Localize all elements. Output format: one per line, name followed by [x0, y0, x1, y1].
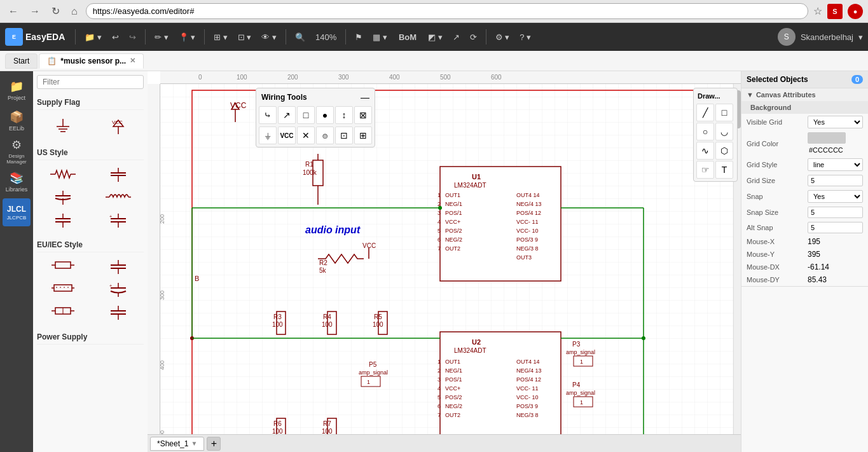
- wt-probe[interactable]: ⌾: [316, 127, 334, 144]
- grid-button[interactable]: ▦ ▾: [369, 30, 391, 45]
- filter-input[interactable]: [37, 75, 144, 89]
- refresh-button[interactable]: ↻: [48, 4, 63, 18]
- snap-select[interactable]: Yes: [808, 190, 863, 203]
- dt-rect[interactable]: □: [715, 104, 733, 121]
- sidebar-item-jlcpcb[interactable]: JLCL JLCPCB: [3, 198, 31, 226]
- cap-np[interactable]: [37, 211, 88, 230]
- inductor-us[interactable]: [92, 188, 144, 207]
- snap-value[interactable]: Yes: [808, 190, 863, 203]
- wt-net-label[interactable]: ↕: [335, 106, 353, 124]
- bom-button[interactable]: BoM: [394, 30, 422, 45]
- help-button[interactable]: ? ▾: [516, 30, 535, 45]
- dt-path[interactable]: ∿: [696, 142, 714, 160]
- layers-button[interactable]: ⊞ ▾: [210, 30, 231, 45]
- wt-power[interactable]: ⊠: [354, 106, 372, 124]
- canvas-area[interactable]: 0 100 200 300 400 500 600 Wiring Tools —…: [148, 71, 741, 452]
- wt-junction[interactable]: ●: [316, 106, 334, 124]
- schematic-svg[interactable]: VCC R1 100k U1 LM324ADT OUT1 NEG/1 POS/1…: [160, 84, 741, 452]
- snap-size-row: Snap Size: [741, 205, 868, 220]
- background-subheader[interactable]: Background: [741, 101, 868, 114]
- alt-snap-input[interactable]: [808, 222, 863, 233]
- sidebar-item-eelib[interactable]: 📦 EELib: [3, 107, 31, 135]
- grid-style-row: Grid Style line: [741, 156, 868, 173]
- svg-text:+: +: [109, 214, 112, 219]
- url-bar[interactable]: [86, 3, 808, 19]
- eye-button[interactable]: 👁 ▾: [258, 30, 280, 45]
- alt-snap-value[interactable]: [808, 222, 863, 233]
- browser-ext1: S: [827, 4, 843, 19]
- dt-text[interactable]: T: [715, 161, 733, 179]
- color-button[interactable]: ◩ ▾: [424, 30, 446, 45]
- tab-start[interactable]: Start: [5, 53, 38, 69]
- dt-circle[interactable]: ○: [696, 123, 714, 140]
- wt-net-port[interactable]: □: [297, 106, 315, 124]
- dt-polygon[interactable]: ⬡: [715, 142, 733, 160]
- u1-pnum3: 3: [437, 210, 441, 216]
- redo-button[interactable]: ↪: [125, 30, 140, 45]
- dt-arrow[interactable]: ☞: [696, 161, 714, 179]
- wt-vcc[interactable]: VCC: [278, 127, 296, 144]
- user-chevron[interactable]: ▾: [858, 32, 863, 42]
- dt-arc[interactable]: ◡: [715, 123, 733, 140]
- grid-style-value[interactable]: line: [808, 158, 863, 171]
- tab-project[interactable]: 📋 *music sensor p... ✕: [39, 53, 144, 69]
- wt-bus[interactable]: ↗: [278, 106, 296, 124]
- wt-place-part[interactable]: ⊡: [335, 127, 353, 144]
- sidebar-item-design-manager[interactable]: ⚙ Design Manager: [3, 137, 31, 165]
- settings-button[interactable]: ⚙ ▾: [492, 30, 514, 45]
- forward-button[interactable]: →: [27, 4, 43, 18]
- visible-grid-value[interactable]: Yes: [808, 116, 863, 128]
- tab-close-button[interactable]: ✕: [130, 57, 135, 65]
- bookmark-button[interactable]: ☆: [813, 5, 822, 17]
- sidebar-main: Supply Flag VCC: [33, 71, 148, 452]
- file-button[interactable]: 📁 ▾: [81, 30, 106, 45]
- visible-grid-select[interactable]: Yes: [808, 116, 863, 128]
- svg-text:+: +: [109, 284, 112, 288]
- sheet-tab-1[interactable]: *Sheet_1 ▼: [150, 437, 204, 451]
- u1-pin12: POS/4 12: [516, 210, 541, 216]
- cap3[interactable]: [92, 303, 144, 322]
- wiring-tools-close[interactable]: —: [361, 92, 369, 102]
- gnd-component[interactable]: [37, 115, 88, 138]
- snap-size-value[interactable]: [808, 207, 863, 218]
- canvas-attributes-subheader[interactable]: ▼ Canvas Attributes: [741, 88, 868, 101]
- wt-bus-entry[interactable]: ⊞: [354, 127, 372, 144]
- grid-style-select[interactable]: line: [808, 158, 863, 171]
- undo-button[interactable]: ↩: [108, 30, 123, 45]
- wt-no-connect[interactable]: ✕: [297, 127, 315, 144]
- supply-flag-section: Supply Flag VCC: [33, 93, 148, 143]
- share-button[interactable]: ↗: [449, 30, 464, 45]
- history-button[interactable]: ⟳: [466, 30, 481, 45]
- snap-size-input[interactable]: [808, 207, 863, 218]
- pin-button[interactable]: 📍 ▾: [175, 30, 200, 45]
- inductor-eu[interactable]: [37, 280, 88, 299]
- resistor-us[interactable]: [37, 165, 88, 184]
- draw-button[interactable]: ✏ ▾: [151, 30, 172, 45]
- cap-pol-us[interactable]: [37, 188, 88, 207]
- u2-pin1: OUT1: [445, 359, 460, 365]
- res-eu[interactable]: [37, 257, 88, 277]
- res-eu2[interactable]: [37, 303, 88, 322]
- add-sheet-button[interactable]: +: [207, 437, 221, 451]
- sheet-tab-arrow[interactable]: ▼: [191, 440, 197, 447]
- grid-size-value[interactable]: [808, 175, 863, 186]
- home-button[interactable]: ⌂: [68, 4, 81, 18]
- sidebar-item-libraries[interactable]: 📚 Libraries: [3, 168, 31, 196]
- vcc-component[interactable]: VCC: [92, 115, 144, 138]
- sidebar-item-project[interactable]: 📁 Project: [3, 76, 31, 104]
- flag-button[interactable]: ⚑: [351, 30, 366, 45]
- dt-line[interactable]: ╱: [696, 104, 714, 121]
- back-button[interactable]: ←: [5, 4, 22, 18]
- fabricate-button[interactable]: ⊡ ▾: [234, 30, 256, 45]
- wt-gnd[interactable]: ⏚: [259, 127, 277, 144]
- cap2[interactable]: +: [92, 211, 144, 230]
- cap-pol-eu[interactable]: +: [92, 280, 144, 299]
- zoom-level[interactable]: 140%: [312, 30, 340, 45]
- grid-size-input[interactable]: [808, 175, 863, 186]
- zoom-out-button[interactable]: 🔍: [291, 30, 309, 45]
- cap-eu[interactable]: [92, 257, 144, 277]
- wt-wire[interactable]: ⤷: [259, 106, 277, 124]
- grid-color-value[interactable]: #CCCCCC: [808, 132, 863, 154]
- capacitor-us[interactable]: [92, 165, 144, 184]
- grid-color-swatch[interactable]: [808, 132, 846, 144]
